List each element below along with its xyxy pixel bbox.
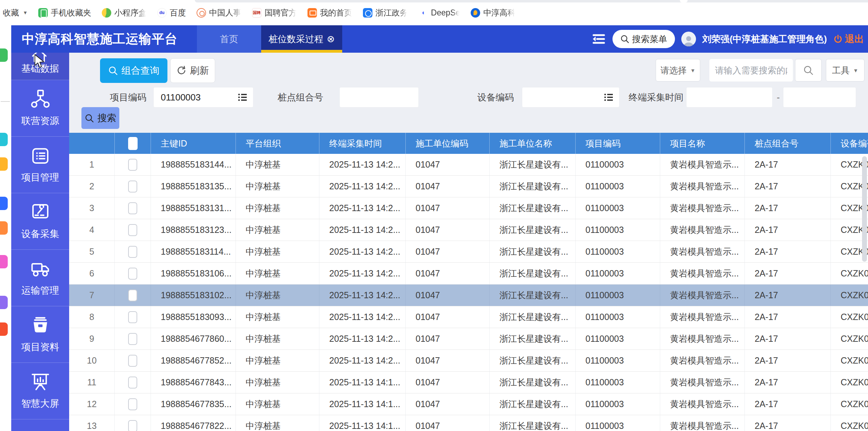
- strip-purple-icon[interactable]: [0, 296, 8, 309]
- table-row[interactable]: 3 1988855183131... 中淳桩基 2025-11-13 14:2.…: [69, 197, 868, 219]
- sidebar-item-device-collect[interactable]: 设备采集: [11, 193, 69, 250]
- cell-unit-code: 01047: [406, 263, 490, 284]
- cell-checkbox: [115, 154, 151, 175]
- select-all-checkbox[interactable]: [128, 137, 138, 150]
- strip-green-icon[interactable]: [0, 48, 8, 62]
- picker-list-icon[interactable]: [238, 92, 247, 102]
- pile-group-input[interactable]: [340, 87, 418, 107]
- row-checkbox[interactable]: [128, 289, 137, 301]
- row-checkbox[interactable]: [128, 159, 137, 171]
- cell-project-name: 黄岩模具智造示...: [660, 372, 745, 393]
- column-header-id: 主键ID: [151, 133, 236, 154]
- row-checkbox[interactable]: [128, 268, 137, 280]
- strip-blue-icon[interactable]: [0, 197, 8, 210]
- table-row[interactable]: 13 1988854677822... 中淳桩基 2025-11-13 14:1…: [69, 415, 868, 431]
- header-select-all[interactable]: [115, 133, 151, 154]
- row-checkbox[interactable]: [128, 224, 137, 236]
- column-header-pile-group: 桩点组合号: [745, 133, 831, 154]
- tab-pile-data-process[interactable]: 桩位数采过程 ⊗: [261, 25, 342, 53]
- row-checkbox[interactable]: [128, 377, 137, 388]
- bookmark-baidu[interactable]: du 百度: [157, 7, 186, 18]
- row-checkbox[interactable]: [128, 355, 137, 367]
- row-checkbox[interactable]: [128, 420, 137, 431]
- table-row[interactable]: 1 1988855183144... 中淳桩基 2025-11-13 14:2.…: [69, 154, 868, 176]
- sidebar-item-project-files[interactable]: 项目资料: [11, 306, 69, 363]
- table-row[interactable]: 2 1988855183135... 中淳桩基 2025-11-13 14:2.…: [69, 176, 868, 197]
- table-row[interactable]: 8 1988855183093... 中淳桩基 2025-11-13 14:2.…: [69, 306, 868, 328]
- row-checkbox[interactable]: [128, 333, 137, 345]
- strip-orange-icon[interactable]: [0, 221, 8, 235]
- strip-red-icon[interactable]: [0, 322, 8, 336]
- power-icon: [833, 34, 843, 44]
- table-row[interactable]: 6 1988855183106... 中淳桩基 2025-11-13 14:2.…: [69, 263, 868, 285]
- table-row[interactable]: 4 1988855183123... 中淳桩基 2025-11-13 14:2.…: [69, 219, 868, 241]
- cell-row-number: 11: [69, 372, 115, 393]
- user-name[interactable]: 刘荣强(中淳桩基施工管理角色): [702, 33, 827, 45]
- cell-project-name: 黄岩模具智造示...: [660, 285, 745, 306]
- sidebar-item-joint-resources[interactable]: 联营资源: [11, 80, 69, 137]
- strip-pink-icon[interactable]: [0, 255, 8, 268]
- search-button-label: 搜索: [98, 112, 117, 124]
- time-from-input[interactable]: [687, 87, 772, 107]
- bookmark-guopin[interactable]: 国聘 国聘官方: [252, 7, 297, 18]
- browser-tab-strip: [195, 0, 868, 2]
- collapse-menu-icon[interactable]: [591, 33, 606, 45]
- avatar[interactable]: [681, 32, 696, 46]
- bookmark-liepin-home[interactable]: 我的首页: [307, 7, 352, 18]
- china-renshi-icon: [197, 8, 206, 18]
- column-select-dropdown[interactable]: 请选择 ▼: [656, 59, 700, 81]
- table-row[interactable]: 12 1988854677835... 中淳桩基 2025-11-13 14:1…: [69, 393, 868, 415]
- table-row[interactable]: 7 1988855183102... 中淳桩基 2025-11-13 14:2.…: [69, 285, 868, 306]
- bookmark-deepseek[interactable]: ◖ DeepSe: [418, 8, 460, 18]
- row-checkbox[interactable]: [128, 398, 137, 410]
- row-checkbox[interactable]: [128, 202, 137, 214]
- range-separator: -: [777, 87, 780, 107]
- cell-checkbox: [115, 241, 151, 262]
- row-checkbox[interactable]: [128, 181, 137, 192]
- search-menu-button[interactable]: 搜索菜单: [612, 30, 675, 48]
- search-icon: [620, 34, 629, 44]
- device-code-input[interactable]: [522, 87, 604, 107]
- vertical-scrollbar[interactable]: [862, 156, 867, 262]
- table-row[interactable]: 10 1988854677852... 中淳桩基 2025-11-13 14:2…: [69, 350, 868, 372]
- cell-project-code: 01100003: [576, 219, 660, 241]
- quick-search-input[interactable]: [709, 59, 793, 81]
- tools-dropdown[interactable]: 工具 ▼: [826, 59, 864, 81]
- quick-search-button[interactable]: [795, 59, 822, 81]
- refresh-button[interactable]: 刷新: [170, 58, 215, 83]
- close-tab-icon[interactable]: ⊗: [327, 34, 335, 44]
- sidebar-item-basic-data[interactable]: 基础数据: [11, 53, 69, 80]
- table-row[interactable]: 5 1988855183114... 中淳桩基 2025-11-13 14:2.…: [69, 241, 868, 263]
- strip-yellow-icon[interactable]: [0, 157, 8, 171]
- favorites-menu[interactable]: 收藏 ▼: [3, 7, 28, 18]
- bookmark-zhejiang-gov[interactable]: 浙江政务: [363, 7, 408, 18]
- combo-query-button[interactable]: 组合查询: [100, 58, 167, 83]
- cell-pile-group: 2A-17: [745, 372, 831, 393]
- sidebar-item-smart-screen[interactable]: 智慧大屏: [11, 363, 69, 419]
- row-checkbox[interactable]: [128, 246, 137, 258]
- bookmark-zhongchun[interactable]: 中淳高科: [471, 7, 516, 18]
- cell-project-name: 黄岩模具智造示...: [660, 241, 745, 262]
- strip-cyan-icon[interactable]: [0, 133, 8, 146]
- browser-side-strip: [0, 25, 11, 431]
- logout-button[interactable]: 退出: [833, 33, 864, 45]
- header-right: 搜索菜单 刘荣强(中淳桩基施工管理角色) 退出: [591, 25, 864, 53]
- refresh-label: 刷新: [190, 64, 209, 77]
- table-row[interactable]: 9 1988854677860... 中淳桩基 2025-11-13 14:2.…: [69, 328, 868, 350]
- combo-query-label: 组合查询: [121, 64, 159, 77]
- cell-unit-name: 浙江长星建设有...: [490, 372, 576, 393]
- sidebar-item-transport-management[interactable]: 运输管理: [11, 250, 69, 306]
- project-code-field: [153, 87, 253, 107]
- row-checkbox[interactable]: [128, 311, 137, 323]
- picker-list-icon[interactable]: [604, 92, 614, 102]
- project-code-input[interactable]: [154, 87, 238, 107]
- bookmark-miniapp[interactable]: 小程序盒: [102, 7, 147, 18]
- time-to-input[interactable]: [783, 87, 856, 107]
- bookmark-china-renshi[interactable]: 中国人事: [197, 7, 241, 18]
- table-row[interactable]: 11 1988854677843... 中淳桩基 2025-11-13 14:1…: [69, 372, 868, 393]
- browser-tab-notch: [680, 0, 688, 2]
- sidebar-item-project-management[interactable]: 项目管理: [11, 137, 69, 193]
- search-button[interactable]: 搜索: [81, 107, 119, 129]
- bookmark-phone-favorites[interactable]: 手机收藏夹: [38, 7, 91, 18]
- tab-home[interactable]: 首页: [197, 25, 261, 53]
